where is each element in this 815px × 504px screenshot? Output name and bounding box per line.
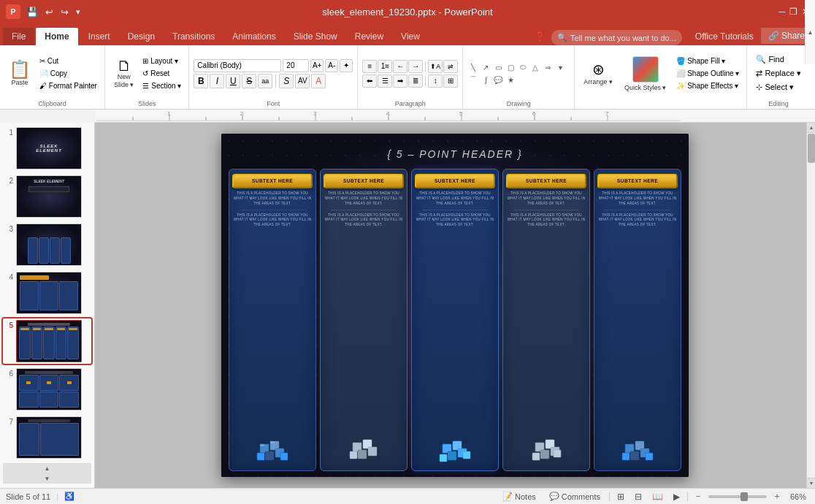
- font-size-input[interactable]: [283, 59, 309, 72]
- tab-design[interactable]: Design: [119, 28, 164, 45]
- shape-freeform[interactable]: ∫: [480, 74, 491, 85]
- view-reading-button[interactable]: 📖: [649, 491, 666, 503]
- shape-callout[interactable]: 💬: [492, 74, 504, 85]
- ribbon-collapse-button[interactable]: ▲: [805, 45, 815, 64]
- shape-arrow[interactable]: ↗: [480, 61, 491, 73]
- find-button[interactable]: 🔍 Find: [751, 53, 805, 66]
- columns-button[interactable]: ⊞: [443, 75, 458, 88]
- align-center-button[interactable]: ☰: [378, 75, 392, 88]
- view-slideshow-button[interactable]: ▶: [670, 491, 683, 503]
- shape-curve[interactable]: ⌒: [467, 74, 479, 85]
- new-slide-button[interactable]: 🗋 NewSlide ▾: [110, 56, 139, 92]
- slide-thumb-2[interactable]: 2 SLEEK ELEMENT: [3, 174, 91, 219]
- slide-canvas[interactable]: { 5 – POINT HEADER } SUBTEXT HERE THIS I…: [221, 134, 689, 477]
- card-1[interactable]: SUBTEXT HERE THIS IS A PLACEHOLDER TO SH…: [229, 169, 316, 471]
- numbering-button[interactable]: 1≡: [378, 60, 392, 73]
- shape-rtarrow[interactable]: ⇒: [542, 61, 554, 73]
- reset-button[interactable]: ↺ Reset: [139, 68, 184, 79]
- tab-home[interactable]: Home: [36, 28, 77, 45]
- shape-effects-button[interactable]: ✨ Shape Effects ▾: [673, 80, 742, 91]
- slide-thumb-7[interactable]: 7: [3, 415, 91, 460]
- minimize-button[interactable]: ─: [778, 7, 785, 17]
- section-button[interactable]: ☰ Section ▾: [139, 80, 184, 91]
- office-tutorials-btn[interactable]: Office Tutorials: [688, 28, 761, 45]
- font-color-button[interactable]: A: [311, 74, 326, 88]
- decrease-indent-button[interactable]: ←: [393, 60, 408, 73]
- view-slide-sorter-button[interactable]: ⊟: [632, 491, 645, 503]
- restore-button[interactable]: ❐: [789, 7, 797, 17]
- scroll-thumb[interactable]: [808, 134, 815, 163]
- accessibility-check[interactable]: ♿: [64, 492, 74, 501]
- shape-rounded-rect[interactable]: ▢: [505, 61, 516, 73]
- shape-line[interactable]: ╲: [467, 61, 479, 73]
- slide-thumb-4[interactable]: 4: [3, 270, 91, 316]
- align-right-button[interactable]: ➡: [393, 75, 408, 88]
- layout-button[interactable]: ⊞ Layout ▾: [139, 56, 184, 66]
- shape-triangle[interactable]: △: [529, 61, 541, 73]
- slide-thumb-1[interactable]: 1 SLEEKELEMENT: [3, 126, 91, 171]
- quick-styles-button[interactable]: Quick Styles ▾: [620, 53, 671, 94]
- format-painter-button[interactable]: 🖌 Format Painter: [37, 80, 100, 91]
- increase-font-button[interactable]: A+: [310, 59, 324, 72]
- bullets-button[interactable]: ≡: [362, 60, 377, 73]
- slide-thumb-5[interactable]: 5: [3, 318, 91, 364]
- underline-button[interactable]: U: [226, 74, 240, 88]
- save-button[interactable]: 💾: [25, 7, 39, 18]
- notes-button[interactable]: 📝 Notes: [498, 491, 540, 502]
- card-3[interactable]: SUBTEXT HERE THIS IS A PLACEHOLDER TO SH…: [411, 169, 499, 471]
- comments-button[interactable]: 💬 Comments: [545, 491, 605, 502]
- italic-button[interactable]: I: [210, 74, 224, 88]
- smallcaps-button[interactable]: aa: [258, 74, 272, 88]
- slide-thumb-3[interactable]: 3: [3, 222, 91, 267]
- cut-button[interactable]: ✂ Cut: [37, 56, 100, 66]
- replace-button[interactable]: ⇄ Replace ▾: [751, 67, 805, 80]
- scroll-down-btn[interactable]: ▼: [807, 478, 815, 488]
- font-name-input[interactable]: [194, 59, 281, 72]
- align-left-button[interactable]: ⬅: [362, 75, 377, 88]
- zoom-level[interactable]: 66%: [787, 492, 809, 501]
- tab-insert[interactable]: Insert: [80, 28, 119, 45]
- undo-button[interactable]: ↩: [44, 7, 55, 18]
- shape-outline-button[interactable]: ⬜ Shape Outline ▾: [673, 68, 742, 79]
- decrease-font-button[interactable]: A-: [325, 59, 338, 72]
- scroll-up-btn[interactable]: ▲: [807, 123, 815, 133]
- redo-button[interactable]: ↪: [59, 7, 70, 18]
- tab-transitions[interactable]: Transitions: [164, 28, 223, 45]
- text-direction-button[interactable]: ⬆A: [428, 60, 443, 73]
- zoom-out-button[interactable]: －: [692, 490, 704, 503]
- zoom-in-button[interactable]: ＋: [771, 490, 783, 503]
- customize-button[interactable]: ▾: [74, 7, 82, 17]
- scroll-down-arrow[interactable]: ▼: [3, 473, 91, 484]
- card-2[interactable]: SUBTEXT HERE THIS IS A PLACEHOLDER TO SH…: [320, 169, 408, 471]
- shape-rect[interactable]: ▭: [492, 61, 504, 73]
- shape-fill-button[interactable]: 🪣 Shape Fill ▾: [673, 56, 742, 66]
- arrange-button[interactable]: ⊛ Arrange ▾: [579, 59, 617, 88]
- tab-file[interactable]: File: [3, 28, 34, 45]
- convert-smartart-button[interactable]: ⇌: [443, 60, 458, 73]
- copy-button[interactable]: 📄 Copy: [37, 68, 100, 79]
- bold-button[interactable]: B: [194, 74, 208, 88]
- tab-slideshow[interactable]: Slide Show: [285, 28, 346, 45]
- slide-thumb-6[interactable]: 6: [3, 367, 91, 412]
- scroll-up-arrow[interactable]: ▲: [3, 463, 91, 473]
- shape-more[interactable]: ▾: [554, 61, 566, 73]
- spacing-button[interactable]: AV: [295, 74, 310, 88]
- shape-oval[interactable]: ⬭: [517, 61, 529, 73]
- view-normal-button[interactable]: ⊞: [614, 491, 627, 503]
- zoom-slider[interactable]: [708, 495, 767, 498]
- tab-animations[interactable]: Animations: [223, 28, 284, 45]
- paste-button[interactable]: 📋 Paste: [4, 58, 35, 89]
- card-5[interactable]: SUBTEXT HERE THIS IS A PLACEHOLDER TO SH…: [594, 169, 681, 471]
- justify-button[interactable]: ≣: [408, 75, 423, 88]
- increase-indent-button[interactable]: →: [408, 60, 423, 73]
- shape-star[interactable]: ★: [505, 74, 516, 85]
- shadow-button[interactable]: S: [279, 74, 294, 88]
- select-button[interactable]: ⊹ Select ▾: [751, 81, 805, 93]
- line-spacing-button[interactable]: ↕: [428, 75, 443, 88]
- strikethrough-button[interactable]: S: [242, 74, 256, 88]
- card-4[interactable]: SUBTEXT HERE THIS IS A PLACEHOLDER TO SH…: [502, 169, 590, 471]
- clear-formatting-button[interactable]: ✦: [340, 59, 353, 72]
- tell-me-input-area[interactable]: 🔍 Tell me what you want to do...: [551, 30, 682, 45]
- tab-review[interactable]: Review: [346, 28, 392, 45]
- tab-view[interactable]: View: [392, 28, 429, 45]
